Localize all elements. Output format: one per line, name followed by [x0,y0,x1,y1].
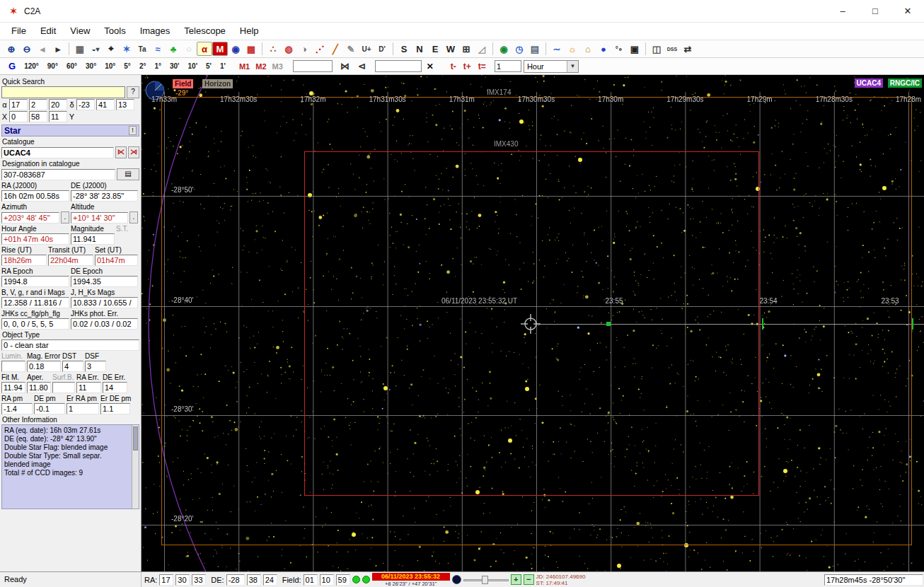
earth-icon[interactable]: ◉ [496,42,512,56]
fov-1deg[interactable]: 1° [151,61,165,71]
fov-1min[interactable]: 1' [216,61,229,71]
status-de-d[interactable]: -28 [226,574,245,586]
altitude-more-button[interactable]: . [129,211,138,223]
ellipse-icon[interactable]: ○ [181,42,197,56]
minimize-button[interactable]: – [826,0,859,23]
azimuth-more-button[interactable]: . [61,211,69,223]
status-field-m[interactable]: 10 [320,574,334,586]
delta-m-input[interactable]: 41 [96,99,115,110]
maximize-button[interactable]: □ [859,0,891,23]
grid-toggle-button[interactable]: G [6,61,18,71]
status-field-d[interactable]: 01 [304,574,318,586]
connect-icon[interactable]: ⇄ [680,42,695,56]
track-dots-icon[interactable]: ⋰ [312,42,328,56]
fov-60deg[interactable]: 60° [63,61,81,71]
chart-icon[interactable]: ≈ [150,42,166,56]
chevron-down-icon[interactable]: ▼ [567,61,578,72]
scatter-dots-icon[interactable]: ∴ [265,42,281,56]
degrees-icon[interactable]: °∘ [611,42,627,56]
messier-icon[interactable]: M [212,42,228,56]
back-icon[interactable]: ◂ [35,42,50,56]
status-field-s[interactable]: 59 [336,574,350,586]
sky-display-icon[interactable]: ◒▾ [88,42,103,56]
time-forward-button[interactable]: t+ [461,61,473,72]
quick-search-help-button[interactable]: ? [127,86,139,98]
marker-m2-button[interactable]: M2 [253,62,268,71]
u-plus-icon[interactable]: U+ [359,42,374,56]
time-step-value-input[interactable] [495,60,521,72]
mark-input-1[interactable] [293,60,333,72]
forward-icon[interactable]: ▸ [50,42,66,56]
ucac4-catalog-badge[interactable]: UCAC4 [855,79,883,88]
menu-tools[interactable]: Tools [97,24,132,38]
sun-icon[interactable]: ☼ [565,42,580,56]
clock-icon[interactable]: ◷ [512,42,527,56]
landscape-icon[interactable]: ♣ [166,42,181,56]
panel-pin-button[interactable]: ! [129,126,137,135]
east-icon[interactable]: E [427,42,443,56]
d-prime-icon[interactable]: D' [374,42,390,56]
ephemeris-panel-icon[interactable]: ▤ [527,42,543,56]
labels-icon[interactable]: Ta [134,42,150,56]
planet-icon[interactable]: ◍ [281,42,296,56]
fov-10min[interactable]: 10' [185,61,202,71]
west-icon[interactable]: W [443,42,458,56]
marker-m1-button[interactable]: M1 [237,62,252,71]
fov-5min[interactable]: 5' [202,61,215,71]
fov-30deg[interactable]: 30° [82,61,100,71]
dss-icon[interactable]: DSS [664,42,680,56]
x-3-input[interactable]: 11 [49,111,67,122]
status-ra-s[interactable]: 33 [192,574,206,586]
mark-input-2[interactable] [375,60,422,72]
menu-view[interactable]: View [63,24,97,38]
status-de-m[interactable]: 38 [247,574,261,586]
north-icon[interactable]: N [412,42,427,56]
menu-edit[interactable]: Edit [33,24,63,38]
moon-phase-icon[interactable]: ◑ [296,42,312,56]
time-slider-thumb[interactable] [482,576,488,584]
camera-icon[interactable]: ▣ [627,42,642,56]
sphere-icon[interactable]: ● [596,42,611,56]
status-de-s[interactable]: 24 [263,574,277,586]
rngc-catalog-badge[interactable]: RNGC/IC [888,79,922,88]
alpha-h-input[interactable]: 17 [9,99,28,110]
catalogue-select[interactable]: UCAC4 [1,147,114,158]
star-chart-canvas[interactable] [142,75,924,571]
center-target-icon[interactable]: ⌖ [103,42,119,56]
info-scrollbar[interactable] [132,425,139,508]
time-back-button[interactable]: t- [449,61,458,72]
greek-alpha-icon[interactable]: α [197,42,212,56]
delta-d-input[interactable]: -23 [76,99,95,110]
menu-images[interactable]: Images [133,24,178,38]
fov-120deg[interactable]: 120° [21,61,42,71]
time-now-button[interactable]: t= [476,61,488,72]
menu-help[interactable]: Help [233,24,266,38]
marker-m3-button[interactable]: M3 [270,62,285,71]
mirror-horizontal-icon[interactable]: ⋈ [337,59,353,74]
delta-s-input[interactable]: 13 [116,99,134,110]
step-decrease-button[interactable]: − [524,574,534,585]
wave-icon[interactable]: ∼ [549,42,565,56]
horizon-tab[interactable]: Horizon [202,79,233,88]
alpha-s-input[interactable]: 20 [49,99,67,110]
mirror-vertical-icon[interactable]: ⊲ [354,59,370,74]
status-ra-m[interactable]: 30 [175,574,190,586]
fov-10deg[interactable]: 10° [101,61,119,71]
menu-telescope[interactable]: Telescope [177,24,233,38]
x-2-input[interactable]: 58 [29,111,47,122]
south-icon[interactable]: S [396,42,412,56]
quick-search-input[interactable] [1,86,125,98]
ruler-icon[interactable]: ◿ [474,42,490,56]
grid-icon[interactable]: ▦ [72,42,88,56]
fov-2deg[interactable]: 2° [136,61,150,71]
close-button[interactable]: ✕ [891,0,924,23]
globe-icon[interactable]: ◉ [228,42,243,56]
images-icon[interactable]: ◫ [649,42,664,56]
designation-input[interactable]: 307-083687 [1,169,115,180]
zoom-out-icon[interactable]: ⊖ [19,42,35,56]
pen-icon[interactable]: ✎ [343,42,359,56]
time-unit-select[interactable]: Hour ▼ [524,60,579,73]
print-icon[interactable]: ▤ [117,168,139,180]
fov-30min[interactable]: 30' [166,61,183,71]
catalogue-next-button[interactable]: ⋊ [128,146,139,158]
